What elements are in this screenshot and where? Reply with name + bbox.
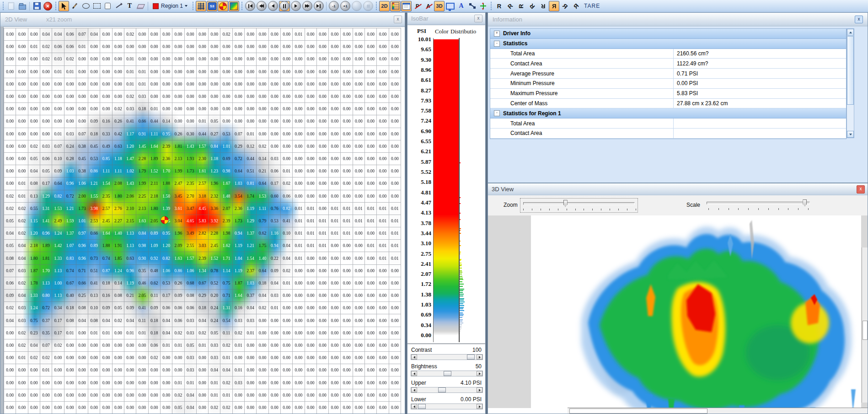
grid-cell[interactable]: 1.29 <box>245 215 257 227</box>
font-button[interactable]: A <box>456 1 466 11</box>
grid-cell[interactable]: 2.10 <box>124 203 136 215</box>
grid-cell[interactable]: 0.00 <box>52 364 64 376</box>
grid-cell[interactable]: 0.05 <box>172 402 184 414</box>
grid-cell[interactable]: 0.00 <box>136 352 148 364</box>
grid-cell[interactable]: 0.03 <box>233 314 245 327</box>
grid-cell[interactable]: 0.00 <box>161 376 172 389</box>
grid-cell[interactable]: 0.00 <box>377 53 389 65</box>
grid-cell[interactable]: 0.53 <box>88 153 100 165</box>
grid-cell[interactable]: 0.04 <box>185 389 197 402</box>
grid-cell[interactable]: 0.00 <box>305 252 317 264</box>
grid-cell[interactable]: 0.00 <box>389 327 401 339</box>
grid-cell[interactable]: 0.04 <box>281 252 293 264</box>
grid-cell[interactable]: 1.61 <box>197 165 209 177</box>
grid-cell[interactable]: 0.17 <box>161 290 172 302</box>
grid-cell[interactable]: 0.00 <box>281 327 293 339</box>
grid-cell[interactable]: 0.01 <box>149 103 161 115</box>
grid-cell[interactable]: 0.00 <box>281 66 293 78</box>
grid-cell[interactable]: 0.02 <box>233 327 245 339</box>
grid-cell[interactable]: 0.21 <box>257 165 268 177</box>
grid-cell[interactable]: 1.18 <box>113 153 124 165</box>
grid-cell[interactable]: 0.04 <box>52 28 64 41</box>
grid-cell[interactable]: 0.00 <box>4 352 16 364</box>
grid-cell[interactable]: 0.00 <box>149 364 161 376</box>
grid-cell[interactable]: 0.00 <box>329 128 341 140</box>
toolbar-grip[interactable] <box>490 1 492 11</box>
record-button[interactable] <box>351 1 362 11</box>
grid-cell[interactable]: 0.00 <box>161 28 172 41</box>
grid-cell[interactable]: 1.11 <box>100 165 112 177</box>
grid-cell[interactable]: 0.00 <box>40 115 52 128</box>
grid-cell[interactable]: 0.14 <box>113 277 124 290</box>
grid-cell[interactable]: 0.00 <box>64 389 76 402</box>
grid-cell[interactable]: 3.36 <box>209 203 220 215</box>
grid-cell[interactable]: 0.00 <box>185 115 197 128</box>
grid-cell[interactable]: 3.03 <box>197 240 209 252</box>
grid-cell[interactable]: 0.00 <box>28 364 40 376</box>
grid-cell[interactable]: 0.75 <box>28 314 40 327</box>
grid-cell[interactable]: 0.00 <box>377 402 389 414</box>
grid-cell[interactable]: 0.00 <box>341 103 353 115</box>
grid-cell[interactable]: 0.00 <box>124 339 136 352</box>
plus-one-button[interactable]: +1 <box>340 1 351 11</box>
grid-cell[interactable]: 0.18 <box>149 314 161 327</box>
grid-cell[interactable]: 0.00 <box>4 364 16 376</box>
grid-cell[interactable]: 0.01 <box>76 41 88 53</box>
grid-cell[interactable]: 0.00 <box>329 327 341 339</box>
grid-cell[interactable]: 0.01 <box>136 66 148 78</box>
grid-cell[interactable]: 0.02 <box>28 352 40 364</box>
grid-cell[interactable]: 0.30 <box>185 128 197 140</box>
grid-cell[interactable]: 0.00 <box>100 389 112 402</box>
grid-cell[interactable]: 0.04 <box>185 402 197 414</box>
grid-cell[interactable]: 1.79 <box>136 165 148 177</box>
grid-cell[interactable]: 0.00 <box>185 103 197 115</box>
grid-cell[interactable]: 0.00 <box>293 91 305 103</box>
grid-cell[interactable]: 0.00 <box>329 339 341 352</box>
grid-cell[interactable]: 1.52 <box>149 165 161 177</box>
grid-cell[interactable]: 0.00 <box>52 115 64 128</box>
grid-cell[interactable]: 0.00 <box>269 53 281 65</box>
grid-cell[interactable]: 0.27 <box>209 128 220 140</box>
grid-cell[interactable]: 3.98 <box>88 203 100 215</box>
grid-cell[interactable]: 0.03 <box>124 103 136 115</box>
grid-cell[interactable]: 0.04 <box>28 339 40 352</box>
region-dropdown[interactable]: Region 1 <box>150 1 190 11</box>
grid-cell[interactable]: 0.00 <box>161 66 172 78</box>
grid-cell[interactable]: 1.88 <box>100 240 112 252</box>
grid-cell[interactable]: 2.13 <box>172 153 184 165</box>
mirror-r-button[interactable]: R <box>549 1 559 11</box>
grid-cell[interactable]: 0.00 <box>269 364 281 376</box>
grid-cell[interactable]: 0.01 <box>341 227 353 240</box>
grid-cell[interactable]: 3.92 <box>209 215 220 227</box>
grid-cell[interactable]: 0.00 <box>197 402 209 414</box>
grid-cell[interactable]: 0.04 <box>161 327 172 339</box>
grid-cell[interactable]: 0.00 <box>233 66 245 78</box>
info-item-row[interactable]: Total Area2160.56 cm? <box>490 49 846 59</box>
grid-cell[interactable]: 0.00 <box>317 376 329 389</box>
grid-cell[interactable]: 0.00 <box>293 165 305 177</box>
grid-cell[interactable]: 0.07 <box>52 140 64 153</box>
grid-cell[interactable]: 0.00 <box>389 352 401 364</box>
grid-cell[interactable]: 0.01 <box>377 252 389 264</box>
grid-cell[interactable]: 0.00 <box>317 277 329 290</box>
grid-cell[interactable]: 0.00 <box>16 402 28 414</box>
grid-cell[interactable]: 0.00 <box>269 352 281 364</box>
grid-cell[interactable]: 0.00 <box>281 290 293 302</box>
grid-cell[interactable]: 1.42 <box>52 240 64 252</box>
grid-cell[interactable]: 0.00 <box>172 41 184 53</box>
grid-cell[interactable]: 3.54 <box>233 190 245 203</box>
grid-cell[interactable]: 2.57 <box>197 177 209 190</box>
grid-cell[interactable]: 0.00 <box>233 103 245 115</box>
grid-cell[interactable]: 0.04 <box>220 364 232 376</box>
grid-cell[interactable]: 0.06 <box>161 302 172 314</box>
grid-cell[interactable]: 0.01 <box>28 41 40 53</box>
grid-cell[interactable]: 0.01 <box>16 177 28 190</box>
grid-cell[interactable]: 1.96 <box>209 177 220 190</box>
grid-cell[interactable]: 0.00 <box>197 352 209 364</box>
grid-cell[interactable]: 0.00 <box>353 314 365 327</box>
grid-cell[interactable]: 0.16 <box>100 115 112 128</box>
grid-cell[interactable]: 0.00 <box>317 402 329 414</box>
grid-cell[interactable]: 0.69 <box>220 153 232 165</box>
grid-cell[interactable]: 0.06 <box>4 277 16 290</box>
grid-cell[interactable]: 0.03 <box>209 339 220 352</box>
